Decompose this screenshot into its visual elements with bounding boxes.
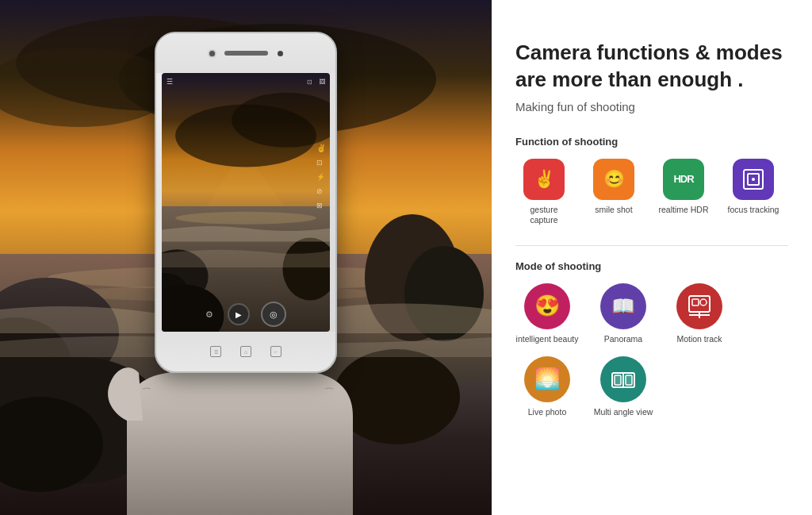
feature-focus-tracking: focus tracking: [725, 159, 782, 216]
section-divider: [515, 245, 788, 246]
panorama-icon: 📖: [600, 283, 646, 329]
modes-row-2: 🌅 Live photo Multi angle view: [515, 356, 788, 418]
modes-row-1: 😍 intelligent beauty 📖 Panorama: [515, 283, 788, 345]
menu-icon: ☰: [210, 346, 221, 357]
smile-shot-icon: 😊: [593, 159, 634, 200]
screen-side-icons: ✌ ⊡ ⚡ ⊘ ⊠: [316, 144, 326, 209]
mode-live-photo: 🌅 Live photo: [515, 356, 579, 418]
screen-scene-svg: [162, 73, 330, 332]
function-section-title: Function of shooting: [515, 136, 788, 148]
svg-point-28: [752, 178, 755, 181]
main-title: Camera functions & modes are more than e…: [515, 40, 788, 94]
feature-smile-shot: 😊 smile shot: [585, 159, 642, 216]
svg-rect-37: [626, 375, 632, 385]
motion-track-icon: [676, 283, 722, 329]
settings-gear: ⚙: [205, 309, 213, 320]
panorama-label: Panorama: [604, 334, 642, 345]
gesture-capture-label: gesture capture: [515, 205, 573, 226]
svg-point-21: [175, 212, 316, 225]
focus-tracking-label: focus tracking: [728, 205, 779, 216]
function-features-row: ✌ gesture capture 😊 smile shot HDR realt…: [515, 159, 788, 226]
motion-track-label: Motion track: [676, 334, 722, 345]
screen-top-icons: ☰ ⊡ 🖼: [167, 78, 325, 86]
mode-panorama: 📖 Panorama: [592, 283, 655, 345]
intelligent-beauty-label: intelligent beauty: [516, 334, 579, 345]
svg-rect-30: [692, 299, 699, 306]
mode-section-title: Mode of shooting: [515, 260, 788, 272]
feature-realtime-hdr: HDR realtime HDR: [655, 159, 712, 216]
svg-point-31: [700, 299, 707, 306]
features-section: Camera functions & modes are more than e…: [492, 0, 812, 515]
live-photo-label: Live photo: [528, 407, 566, 418]
realtime-hdr-icon: HDR: [663, 159, 704, 200]
mode-motion-track: Motion track: [668, 283, 731, 345]
phone-screen: ☰ ⊡ 🖼 ✌ ⊡ ⚡ ⊘ ⊠ ⚙ ▶ ◎: [162, 73, 330, 332]
sensor: [278, 51, 283, 56]
svg-rect-36: [615, 375, 621, 385]
hero-image-section: ☰ ⊡ 🖼 ✌ ⊡ ⚡ ⊘ ⊠ ⚙ ▶ ◎: [0, 0, 492, 515]
feature-gesture-capture: ✌ gesture capture: [515, 159, 573, 226]
speaker-grille: [224, 51, 268, 56]
intelligent-beauty-icon: 😍: [524, 283, 570, 329]
phone-nav-bar: ☰ ⌂ ←: [156, 332, 335, 371]
focus-tracking-icon: [733, 159, 774, 200]
shutter-button: ◎: [261, 302, 286, 327]
live-photo-icon: 🌅: [524, 356, 570, 402]
back-icon: ←: [270, 346, 282, 357]
multi-angle-view-label: Multi angle view: [594, 407, 653, 418]
gesture-capture-icon: ✌: [523, 159, 565, 200]
realtime-hdr-label: realtime HDR: [658, 205, 708, 216]
mode-intelligent-beauty: 😍 intelligent beauty: [515, 283, 579, 345]
home-icon: ⌂: [240, 346, 251, 357]
modes-grid: 😍 intelligent beauty 📖 Panorama: [515, 283, 788, 417]
smile-shot-label: smile shot: [595, 205, 632, 216]
screen-bottom-controls: ⚙ ▶ ◎: [162, 302, 330, 327]
sub-title: Making fun of shooting: [515, 100, 788, 113]
phone-top-area: [156, 33, 335, 73]
front-camera: [209, 51, 215, 56]
video-button: ▶: [228, 303, 250, 325]
mode-multi-angle-view: Multi angle view: [592, 356, 655, 418]
phone-frame: ☰ ⊡ 🖼 ✌ ⊡ ⚡ ⊘ ⊠ ⚙ ▶ ◎: [155, 32, 337, 373]
multi-angle-view-icon: [600, 356, 646, 402]
